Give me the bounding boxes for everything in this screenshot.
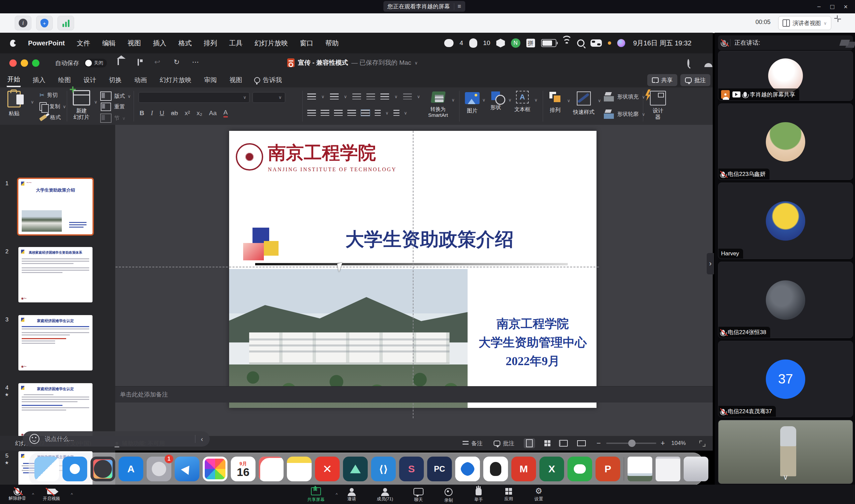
- participant-tile-5[interactable]: 37 电信224袁茂骞37: [718, 341, 853, 417]
- spotlight-search-icon[interactable]: [577, 39, 584, 47]
- menu-format[interactable]: 格式: [178, 39, 192, 48]
- subscript-button[interactable]: x₂: [197, 109, 203, 117]
- chat-button[interactable]: 聊天: [414, 488, 423, 503]
- banner-menu-icon[interactable]: ≡: [454, 3, 461, 10]
- designer-button[interactable]: 设计 器: [650, 91, 666, 120]
- indent-decrease-icon[interactable]: [352, 93, 361, 100]
- meeting-settings-button[interactable]: ⚙ 设置: [534, 487, 543, 502]
- font-color-button[interactable]: A: [224, 109, 228, 118]
- copy-button[interactable]: 复制 ∨: [39, 102, 66, 111]
- slideshow-view-button[interactable]: [576, 438, 587, 448]
- slide-sorter-button[interactable]: [542, 438, 553, 448]
- tab-insert[interactable]: 插入: [32, 74, 46, 87]
- share-screen-button[interactable]: 共享屏幕: [307, 487, 325, 503]
- new-slide-button[interactable]: 新建 幻灯片: [73, 90, 90, 120]
- font-name-chevron-icon[interactable]: ∨: [243, 95, 246, 100]
- chat-placeholder[interactable]: 说点什么...: [45, 435, 190, 443]
- align-text-chevron-icon[interactable]: ∨: [404, 110, 407, 115]
- dock-trash-icon[interactable]: [684, 456, 709, 481]
- dock-vscode-icon[interactable]: ⟨⟩: [371, 456, 396, 481]
- menu-view[interactable]: 视图: [127, 39, 141, 48]
- zoom-slider[interactable]: [606, 443, 656, 444]
- home-icon[interactable]: [118, 59, 119, 65]
- format-painter-button[interactable]: 格式: [39, 114, 61, 121]
- start-video-button[interactable]: 开启视频: [43, 489, 60, 502]
- slide-thumbnail-2[interactable]: 高校家庭经济困难学生资助政策体系 ◉〜: [18, 247, 92, 302]
- dock-video-app-icon[interactable]: ✕: [315, 456, 340, 481]
- redo-icon[interactable]: ↻: [174, 58, 180, 66]
- participant-tile-1[interactable]: 李肖越的屏幕共享: [718, 51, 853, 101]
- arrange-chevron-icon[interactable]: ∨: [567, 98, 571, 103]
- slide-thumbnail-4[interactable]: 家庭经济困难学生认定 ◉〜: [18, 383, 92, 438]
- wifi-icon[interactable]: [562, 40, 571, 47]
- picture-button[interactable]: 图片: [465, 92, 479, 114]
- dock-appstore-icon[interactable]: A: [119, 456, 143, 481]
- shape-outline-button[interactable]: 形状轮廓 ∨: [604, 109, 645, 119]
- section-button[interactable]: 节 ∨: [100, 113, 126, 123]
- reset-button[interactable]: 重置: [100, 102, 125, 111]
- slide-thumbnail-3[interactable]: 家庭经济困难学生认定 ◉〜: [18, 315, 92, 371]
- control-center-icon[interactable]: [591, 39, 602, 47]
- paste-chevron-icon[interactable]: ∨: [31, 100, 34, 105]
- font-size-chevron-icon[interactable]: ∨: [279, 95, 282, 100]
- tab-draw[interactable]: 绘图: [57, 74, 71, 87]
- numbering-icon[interactable]: [330, 93, 339, 100]
- quick-styles-button[interactable]: 快速样式: [573, 91, 594, 116]
- doc-title-chevron-icon[interactable]: ∨: [415, 60, 418, 66]
- comments-button[interactable]: 批注: [680, 74, 710, 86]
- smartart-button[interactable]: 转换为 SmartArt: [428, 90, 448, 118]
- menu-file[interactable]: 文件: [77, 39, 90, 48]
- zoom-level[interactable]: 104%: [671, 440, 686, 447]
- menu-insert[interactable]: 插入: [153, 39, 166, 48]
- notes-toggle-button[interactable]: 备注: [463, 439, 483, 447]
- minimize-icon[interactable]: −: [812, 1, 826, 13]
- tab-review[interactable]: 审阅: [204, 74, 217, 87]
- members-button[interactable]: 成员(71): [377, 488, 393, 502]
- title-underline-shape[interactable]: [255, 263, 568, 265]
- textbox-button[interactable]: A 文本框: [514, 91, 530, 113]
- shape-fill-button[interactable]: 形状填充 ∨: [604, 92, 645, 102]
- qq-status-icon[interactable]: [469, 38, 477, 48]
- align-center-icon[interactable]: [321, 110, 329, 116]
- chat-quick-input[interactable]: 说点什么... ‹: [23, 431, 210, 447]
- shapes-chevron-icon[interactable]: ∨: [508, 97, 512, 103]
- columns-icon[interactable]: [403, 93, 412, 100]
- sidebar-collapse-handle[interactable]: ›: [707, 253, 714, 274]
- dock-photos-icon[interactable]: [203, 456, 227, 481]
- org-text-block[interactable]: 南京工程学院 大学生资助管理中心 2022年9月: [471, 314, 594, 371]
- dock-wechat-icon[interactable]: [568, 456, 592, 481]
- menu-arrange[interactable]: 排列: [204, 39, 217, 48]
- sidebar-scroll-chevron-icon[interactable]: ∨: [783, 473, 788, 482]
- menu-help[interactable]: 帮助: [325, 39, 339, 48]
- close-icon[interactable]: ×: [839, 1, 852, 13]
- app-status-icon[interactable]: [496, 39, 505, 48]
- zoom-in-button[interactable]: +: [661, 439, 665, 448]
- n-app-status-icon[interactable]: N: [511, 38, 520, 48]
- participant-tile-6[interactable]: ∨: [718, 420, 853, 484]
- line-spacing-chevron-icon[interactable]: ∨: [395, 94, 398, 99]
- dock-safari-icon[interactable]: [63, 456, 87, 481]
- slide-thumbnail-1[interactable]: 〜〜 大学生资助政策介绍: [18, 179, 92, 234]
- menu-edit[interactable]: 编辑: [102, 39, 116, 48]
- share-button[interactable]: 共享: [647, 74, 677, 86]
- view-mode-button[interactable]: 演讲者视图 ∨: [778, 16, 831, 30]
- align-left-icon[interactable]: [307, 110, 316, 116]
- superscript-button[interactable]: x²: [185, 109, 190, 117]
- apps-button[interactable]: 应用: [504, 488, 513, 502]
- shapes-button[interactable]: 形状: [490, 91, 501, 111]
- dock-calendar-icon[interactable]: 9月 16: [231, 456, 256, 481]
- italic-button[interactable]: I: [151, 109, 153, 117]
- notes-pane[interactable]: 单击此处添加备注: [115, 386, 713, 402]
- dock-qq-icon[interactable]: [483, 456, 508, 481]
- apple-logo-icon[interactable]: [10, 40, 16, 47]
- comments-toggle-button[interactable]: 批注: [494, 439, 514, 447]
- autosave-toggle[interactable]: 关闭: [84, 59, 107, 68]
- tab-home[interactable]: 开始: [7, 73, 21, 87]
- menu-slideshow[interactable]: 幻灯片放映: [255, 39, 288, 48]
- tab-animations[interactable]: 动画: [134, 74, 147, 87]
- dock-windows-icon[interactable]: [455, 456, 480, 481]
- align-distribute-icon[interactable]: [361, 109, 370, 116]
- security-button[interactable]: +: [36, 16, 53, 30]
- tab-view[interactable]: 视图: [229, 74, 243, 87]
- fit-slide-icon[interactable]: [699, 440, 705, 447]
